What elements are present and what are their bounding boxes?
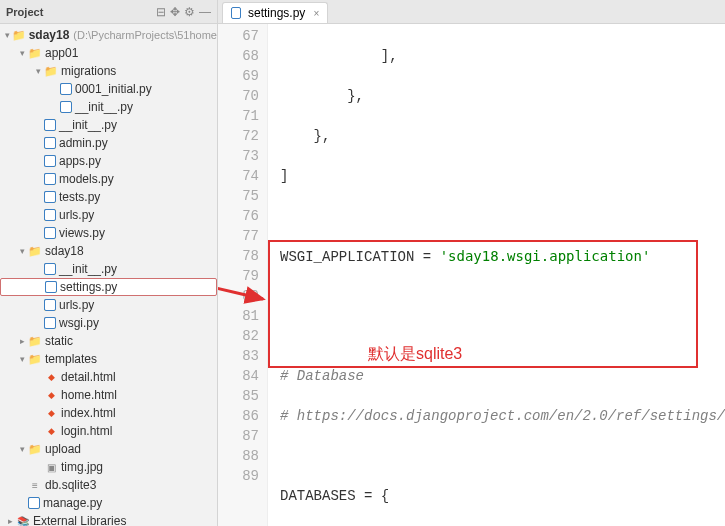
close-icon[interactable]: × (313, 8, 319, 19)
python-file-icon (60, 83, 72, 95)
tree-item[interactable]: urls.py (0, 296, 217, 314)
tree-item[interactable]: detail.html (0, 368, 217, 386)
python-file-icon (44, 155, 56, 167)
tree-item-migrations[interactable]: ▾migrations (0, 62, 217, 80)
image-file-icon (44, 460, 58, 474)
tree-item-sday18[interactable]: ▾sday18 (0, 242, 217, 260)
tree-item[interactable]: urls.py (0, 206, 217, 224)
tree-item[interactable]: __init__.py (0, 116, 217, 134)
tree-item-ext-libs[interactable]: ▸External Libraries (0, 512, 217, 526)
html-file-icon (44, 388, 58, 402)
tree-item[interactable]: db.sqlite3 (0, 476, 217, 494)
tree-item[interactable]: home.html (0, 386, 217, 404)
library-icon (16, 514, 30, 526)
python-file-icon (60, 101, 72, 113)
folder-icon (12, 28, 26, 42)
folder-icon (28, 352, 42, 366)
project-tool-header: Project ⊟ ✥ ⚙ — (0, 0, 217, 24)
target-icon[interactable]: ✥ (170, 5, 180, 19)
hide-icon[interactable]: — (199, 5, 211, 19)
tree-item-app01[interactable]: ▾app01 (0, 44, 217, 62)
folder-icon (28, 442, 42, 456)
tree-item[interactable]: tests.py (0, 188, 217, 206)
python-file-icon (44, 137, 56, 149)
tree-item[interactable]: login.html (0, 422, 217, 440)
tab-label: settings.py (248, 6, 305, 20)
tree-item[interactable]: __init__.py (0, 98, 217, 116)
python-file-icon (45, 281, 57, 293)
html-file-icon (44, 406, 58, 420)
python-file-icon (44, 299, 56, 311)
tree-item[interactable]: admin.py (0, 134, 217, 152)
package-icon (28, 46, 42, 60)
package-icon (28, 244, 42, 258)
python-file-icon (44, 227, 56, 239)
tree-item-templates[interactable]: ▾templates (0, 350, 217, 368)
package-icon (44, 64, 58, 78)
html-file-icon (44, 370, 58, 384)
tree-item-upload[interactable]: ▾upload (0, 440, 217, 458)
tree-item[interactable]: 0001_initial.py (0, 80, 217, 98)
python-file-icon (44, 191, 56, 203)
tree-item-static[interactable]: ▸static (0, 332, 217, 350)
collapse-icon[interactable]: ⊟ (156, 5, 166, 19)
html-file-icon (44, 424, 58, 438)
python-file-icon (44, 317, 56, 329)
python-file-icon (44, 209, 56, 221)
tree-item-settings[interactable]: settings.py (0, 278, 217, 296)
tree-item[interactable]: timg.jpg (0, 458, 217, 476)
code-editor[interactable]: 6768697071727374757677787980818283848586… (218, 24, 725, 526)
tab-settings[interactable]: settings.py × (222, 2, 328, 23)
python-file-icon (231, 8, 241, 18)
project-title: Project (6, 6, 43, 18)
editor-tabs: settings.py × (218, 0, 725, 24)
annotation-text: 默认是sqlite3 (368, 344, 462, 364)
project-tree[interactable]: ▾sday18(D:\PycharmProjects\51home ▾app01… (0, 24, 217, 526)
python-file-icon (28, 497, 40, 509)
python-file-icon (44, 263, 56, 275)
tree-item[interactable]: manage.py (0, 494, 217, 512)
tree-item[interactable]: wsgi.py (0, 314, 217, 332)
db-file-icon (28, 478, 42, 492)
project-toolbar-icons[interactable]: ⊟ ✥ ⚙ — (156, 5, 211, 19)
python-file-icon (44, 173, 56, 185)
tree-item[interactable]: __init__.py (0, 260, 217, 278)
tree-item[interactable]: models.py (0, 170, 217, 188)
tree-item[interactable]: views.py (0, 224, 217, 242)
line-gutter: 6768697071727374757677787980818283848586… (218, 24, 268, 526)
tree-item[interactable]: index.html (0, 404, 217, 422)
tree-item[interactable]: apps.py (0, 152, 217, 170)
folder-icon (28, 334, 42, 348)
python-file-icon (44, 119, 56, 131)
gear-icon[interactable]: ⚙ (184, 5, 195, 19)
code-content[interactable]: ], }, }, ] WSGI_APPLICATION = 'sday18.ws… (268, 24, 725, 526)
tree-root[interactable]: ▾sday18(D:\PycharmProjects\51home (0, 26, 217, 44)
